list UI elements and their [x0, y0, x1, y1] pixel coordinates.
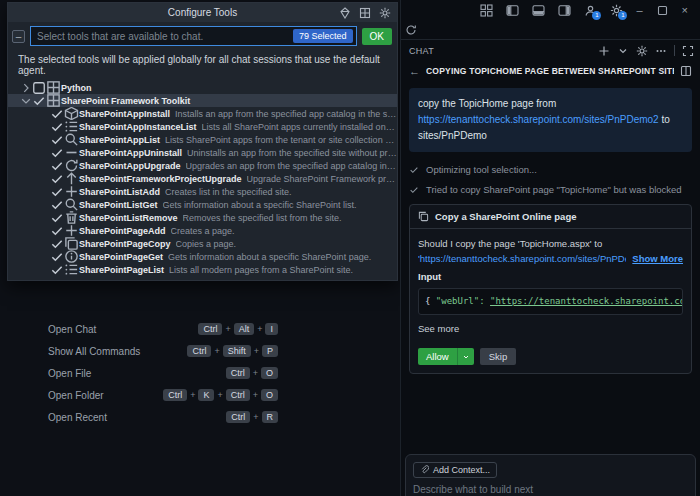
toggle-primary-sidebar-icon[interactable] [506, 4, 519, 17]
select-all-checkbox[interactable]: – [12, 30, 25, 43]
tree-item-SharePointAppList[interactable]: SharePointAppListLists SharePoint apps f… [8, 133, 397, 146]
minimize-icon[interactable]: – [636, 4, 642, 17]
chevron-down-icon[interactable] [617, 45, 629, 57]
checkbox-checked-icon[interactable] [50, 224, 64, 237]
shortcut-label[interactable]: Open Folder [48, 390, 104, 401]
chat-session-row: ← COPYING TOPICHOME PAGE BETWEEN SHAREPO… [401, 61, 700, 80]
maximize-panel-icon[interactable] [682, 45, 694, 57]
key-ctrl: Ctrl [226, 389, 250, 401]
customize-layout-icon[interactable] [480, 4, 493, 17]
sync-icon [64, 159, 79, 172]
account-icon[interactable]: 1 [584, 4, 597, 17]
tree-item-SharePointPageAdd[interactable]: SharePointPageAddCreates a page. [8, 224, 397, 237]
tree-item-SharePointFrameworkProjectUpgrade[interactable]: SharePointFrameworkProjectUpgradeUpgrade… [8, 172, 397, 185]
shortcut-keys: Ctrl+O [226, 367, 278, 379]
divider [674, 45, 675, 56]
tool-card-title: Copy a SharePoint Online page [435, 211, 576, 222]
checkbox-checked-icon[interactable] [50, 146, 64, 159]
more-actions-icon[interactable] [655, 45, 667, 57]
tool-card-header[interactable]: Copy a SharePoint Online page [410, 205, 691, 229]
tree-item-Python[interactable]: Python [8, 81, 397, 94]
shortcut-label[interactable]: Open File [48, 368, 91, 379]
status-item[interactable]: Optimizing tool selection... [409, 164, 692, 175]
chat-input-box[interactable]: Add Context... Describe what to build ne… [405, 454, 696, 496]
copy-icon [64, 237, 79, 250]
checkbox-checked-icon[interactable] [50, 198, 64, 211]
discard-tools-icon[interactable] [339, 7, 351, 19]
tree-item-SharePointAppUpgrade[interactable]: SharePointAppUpgradeUpgrades an app from… [8, 159, 397, 172]
tool-description: Creates a page. [171, 226, 235, 236]
skip-button[interactable]: Skip [480, 348, 516, 365]
checkbox-empty-icon[interactable] [32, 81, 46, 94]
maximize-icon[interactable] [656, 4, 669, 17]
ok-button[interactable]: OK [362, 28, 392, 45]
chevron-down-icon[interactable] [20, 95, 32, 107]
toggle-panel-icon[interactable] [532, 4, 545, 17]
allow-split-button[interactable]: Allow [418, 348, 474, 365]
toggle-secondary-sidebar-icon[interactable] [558, 4, 571, 17]
chat-messages: copy the TopicHome page from https://ten… [401, 80, 700, 374]
tree-item-SharePointAppInstall[interactable]: SharePointAppInstallInstalls an app from… [8, 107, 397, 120]
shortcut-label[interactable]: Show All Commands [48, 346, 140, 357]
tree-item-SharePointAppInstanceList[interactable]: SharePointAppInstanceListLists all Share… [8, 120, 397, 133]
open-in-editor-icon[interactable] [680, 65, 692, 77]
back-arrow-icon[interactable]: ← [409, 65, 420, 77]
checkbox-checked-icon[interactable] [32, 94, 46, 107]
new-chat-icon[interactable] [598, 45, 610, 57]
target-site-url[interactable]: 'https://tenanttocheck.sharepoint.com/si… [418, 251, 626, 266]
tools-tree: PythonSharePoint Framework ToolkitShareP… [8, 81, 397, 280]
tree-item-SharePointListRemove[interactable]: SharePointListRemoveRemoves the specifie… [8, 211, 397, 224]
status-item[interactable]: Tried to copy SharePoint page "TopicHome… [409, 184, 692, 195]
shortcut-label[interactable]: Open Recent [48, 412, 107, 423]
allow-dropdown-chevron-icon[interactable] [457, 348, 474, 365]
dialog-titlebar[interactable]: Configure Tools [8, 3, 397, 22]
gear-icon[interactable] [379, 7, 391, 19]
checkbox-checked-icon[interactable] [50, 159, 64, 172]
extensions-icon[interactable] [359, 7, 371, 19]
shortcut-row: Open ChatCtrl+Alt+I [48, 318, 278, 340]
key-separator: + [214, 346, 219, 356]
tree-item-SharePointAppUninstall[interactable]: SharePointAppUninstallUninstalls an app … [8, 146, 397, 159]
chat-settings-gear-icon[interactable] [636, 45, 648, 57]
see-more-link[interactable]: See more [418, 321, 683, 336]
checkbox-checked-icon[interactable] [50, 133, 64, 146]
plus-icon [64, 224, 79, 237]
show-more-link[interactable]: Show More [632, 251, 683, 266]
list-icon [64, 120, 79, 133]
tree-item-SharePoint-Framework-Toolkit[interactable]: SharePoint Framework Toolkit [8, 94, 397, 107]
tool-search-input[interactable] [37, 31, 293, 42]
list-icon [64, 263, 79, 276]
tool-input-code[interactable]: { "webUrl": "https://tenanttocheck.share… [418, 288, 683, 315]
tree-item-SharePointPageCopy[interactable]: SharePointPageCopyCopies a page. [8, 237, 397, 250]
tool-name: Python [61, 83, 92, 93]
code-url-value[interactable]: "https://tenanttocheck.sharepoint.com/si… [490, 296, 683, 306]
allow-button[interactable]: Allow [418, 348, 457, 365]
checkbox-checked-icon[interactable] [50, 250, 64, 263]
checkbox-checked-icon[interactable] [50, 237, 64, 250]
checkbox-checked-icon[interactable] [50, 211, 64, 224]
tree-item-SharePointPageList[interactable]: SharePointPageListLists all modern pages… [8, 263, 397, 276]
search-icon [64, 198, 79, 211]
tree-item-SharePointPageGet[interactable]: SharePointPageGetGets information about … [8, 250, 397, 263]
chevron-right-icon[interactable] [20, 82, 32, 94]
checkbox-checked-icon[interactable] [50, 107, 64, 120]
tool-name: SharePointPageList [79, 265, 164, 275]
close-icon[interactable]: × [682, 4, 688, 17]
tree-item-SharePointListAdd[interactable]: SharePointListAddCreates list in the spe… [8, 185, 397, 198]
manage-gear-icon[interactable]: 1 [610, 4, 623, 17]
add-context-button[interactable]: Add Context... [413, 462, 497, 478]
checkbox-checked-icon[interactable] [50, 120, 64, 133]
source-site-link[interactable]: https://tenanttocheck.sharepoint.com/sit… [418, 114, 659, 125]
checkbox-checked-icon[interactable] [50, 263, 64, 276]
key-ctrl: Ctrl [226, 411, 250, 423]
tool-description: Removes the specified list from the site… [183, 213, 342, 223]
sync-icon[interactable] [405, 24, 417, 36]
tool-question-line1: Should I copy the page 'TopicHome.aspx' … [418, 236, 683, 251]
checkbox-checked-icon[interactable] [50, 172, 64, 185]
user-message: copy the TopicHome page from https://ten… [409, 88, 692, 152]
checkbox-checked-icon[interactable] [50, 185, 64, 198]
shortcut-label[interactable]: Open Chat [48, 324, 96, 335]
chat-input-placeholder[interactable]: Describe what to build next [413, 484, 688, 495]
key-ctrl: Ctrl [163, 389, 187, 401]
tree-item-SharePointListGet[interactable]: SharePointListGetGets information about … [8, 198, 397, 211]
